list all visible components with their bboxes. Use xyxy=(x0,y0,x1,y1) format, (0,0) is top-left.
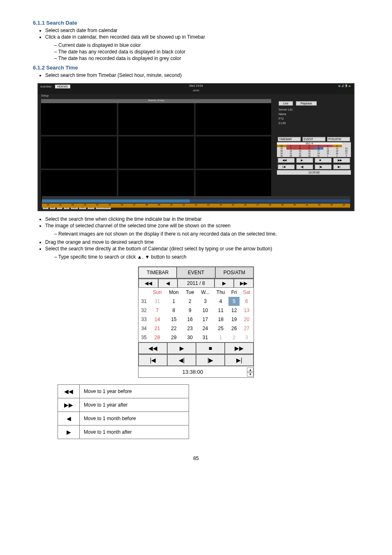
calendar-day[interactable]: 29 xyxy=(165,333,182,342)
body-text: The date has no recorded data is display… xyxy=(54,56,359,61)
time-display: 19:35:00 xyxy=(277,170,351,175)
server-item[interactable]: Name xyxy=(277,112,351,116)
calendar-day[interactable]: 28 xyxy=(149,333,165,342)
calendar-day[interactable]: 25 xyxy=(213,324,228,333)
body-text: Select the search time directly at the b… xyxy=(45,246,359,252)
calendar-day[interactable]: 1 xyxy=(213,333,228,342)
body-text: The date has any recorded data is displa… xyxy=(54,49,359,55)
prev-year-icon: ◀◀ xyxy=(58,385,80,398)
section-number: 6.1.2 Search Time xyxy=(33,65,359,71)
stop-button[interactable]: ■ xyxy=(196,342,225,354)
jump-last-button[interactable]: ▶| xyxy=(225,354,254,366)
calendar-day[interactable]: 3 xyxy=(198,297,213,306)
ffwd-button[interactable]: ▶▶ xyxy=(225,342,254,354)
calendar-day[interactable]: 6 xyxy=(240,297,254,306)
rew-button[interactable]: ◀◀ xyxy=(278,158,295,163)
calendar-day[interactable]: 4 xyxy=(213,297,228,306)
app-screenshot: Activities HDEMS Wed 19:04 ⏻ 🔊 🔋 ⏏ xEMS … xyxy=(37,83,355,211)
prev-month-button[interactable]: ◀ xyxy=(158,279,178,288)
time-display[interactable]: 13:38:00 xyxy=(138,366,247,377)
tab-timebar[interactable]: TIMEBAR xyxy=(138,267,177,278)
calendar-day[interactable]: 3 xyxy=(240,333,254,342)
live-button[interactable]: Live xyxy=(279,101,293,106)
legend-table: ◀◀Move to 1 year before ▶▶Move to 1 year… xyxy=(58,384,189,439)
body-text: Select search time from Timebar (Select … xyxy=(45,72,359,78)
tab-timebar[interactable]: TIMEBAR xyxy=(278,137,301,141)
calendar-day[interactable]: 12 xyxy=(228,306,240,315)
body-text: Type specific time to search or click ▲,… xyxy=(54,254,359,260)
tab-posatm[interactable]: POS/ATM xyxy=(215,267,254,278)
frame-next-button[interactable]: |▶ xyxy=(196,354,225,366)
tab-event[interactable]: EVENT xyxy=(177,267,215,278)
body-text: Click a date in calendar, then recorded … xyxy=(45,34,359,40)
calendar-day[interactable]: 22 xyxy=(165,324,182,333)
calendar-day[interactable]: 14 xyxy=(149,315,165,324)
tab-event[interactable]: EVENT xyxy=(302,137,325,141)
frame-prev-button[interactable]: ◀| xyxy=(167,354,196,366)
legend-text: Move to 1 month before xyxy=(80,412,189,426)
time-down-button[interactable]: ▾ xyxy=(247,372,254,377)
prev-year-button[interactable]: ◀◀ xyxy=(138,279,158,288)
legend-text: Move to 1 year after xyxy=(80,398,189,412)
play-button[interactable]: ▶ xyxy=(296,158,313,163)
app-tab: HDEMS xyxy=(55,85,70,88)
server-item[interactable]: P72 xyxy=(277,116,351,121)
calendar-day[interactable]: 10 xyxy=(198,306,213,315)
calendar-day[interactable]: 8 xyxy=(165,306,182,315)
calendar-day[interactable]: 18 xyxy=(213,315,228,324)
play-button[interactable]: ▶ xyxy=(167,342,196,354)
setup-link[interactable]: Setup xyxy=(41,94,48,97)
calendar-day[interactable]: 31 xyxy=(198,333,213,342)
frame-prev-button[interactable]: ◀| xyxy=(296,164,313,169)
time-up-button[interactable]: ▴ xyxy=(247,368,254,372)
calendar-day[interactable]: 19 xyxy=(228,315,240,324)
next-month-icon: ▶ xyxy=(58,426,80,439)
tab-posatm[interactable]: POS/ATM xyxy=(327,137,350,141)
calendar-day[interactable]: 5 xyxy=(228,297,240,306)
calendar-day[interactable]: 20 xyxy=(240,315,254,324)
calendar-day[interactable]: 1 xyxy=(165,297,182,306)
calendar-grid: SunMonTueW...ThuFriSat313112345632789101… xyxy=(138,288,254,342)
server-item[interactable]: 0.145 xyxy=(277,121,351,125)
section-number: 6.1.1 Search Date xyxy=(33,20,359,26)
rew-button[interactable]: ◀◀ xyxy=(138,342,167,354)
calendar-day[interactable]: 13 xyxy=(240,306,254,315)
ffwd-button[interactable]: ▶▶ xyxy=(333,158,350,163)
frame-next-button[interactable]: |▶ xyxy=(315,164,332,169)
calendar-day[interactable]: 7 xyxy=(149,306,165,315)
playback-button[interactable]: Playback xyxy=(296,101,316,106)
body-text: Drag the orange and move to desired sear… xyxy=(45,239,359,245)
video-cell[interactable] xyxy=(196,103,271,135)
calendar-day[interactable]: 15 xyxy=(165,315,182,324)
video-cell[interactable] xyxy=(118,103,194,135)
calendar-day[interactable]: 27 xyxy=(240,324,254,333)
activities-label: Activities xyxy=(40,85,52,88)
brand-label: xEMS xyxy=(38,89,354,94)
video-cell[interactable] xyxy=(196,136,271,168)
video-cell[interactable] xyxy=(118,136,194,168)
calendar-day[interactable]: 21 xyxy=(149,324,165,333)
calendar-day[interactable]: 23 xyxy=(182,324,198,333)
calendar-day[interactable]: 30 xyxy=(182,333,198,342)
next-year-button[interactable]: ▶▶ xyxy=(234,279,254,288)
calendar-day[interactable]: 11 xyxy=(213,306,228,315)
jump-last-button[interactable]: ▶| xyxy=(333,164,350,169)
legend-text: Move to 1 month after xyxy=(80,426,189,439)
stop-button[interactable]: ■ xyxy=(315,158,332,163)
calendar-day[interactable]: 24 xyxy=(198,324,213,333)
next-month-button[interactable]: ▶ xyxy=(214,279,234,288)
calendar-day[interactable]: 9 xyxy=(182,306,198,315)
jump-first-button[interactable]: |◀ xyxy=(278,164,295,169)
calendar-day[interactable]: 16 xyxy=(182,315,198,324)
video-cell[interactable] xyxy=(41,103,117,135)
video-cell[interactable] xyxy=(41,136,117,168)
calendar-day[interactable]: 2 xyxy=(182,297,198,306)
jump-first-button[interactable]: |◀ xyxy=(138,354,167,366)
calendar-day[interactable]: 2 xyxy=(228,333,240,342)
next-year-icon: ▶▶ xyxy=(58,398,80,412)
body-text: Relevant images are not shown on the dis… xyxy=(54,231,359,237)
calendar-widget: TIMEBAR EVENT POS/ATM ◀◀ ◀ 2011 / 8 ▶ ▶▶… xyxy=(138,266,254,378)
calendar-day[interactable]: 31 xyxy=(149,297,165,306)
calendar-day[interactable]: 26 xyxy=(228,324,240,333)
calendar-day[interactable]: 17 xyxy=(198,315,213,324)
